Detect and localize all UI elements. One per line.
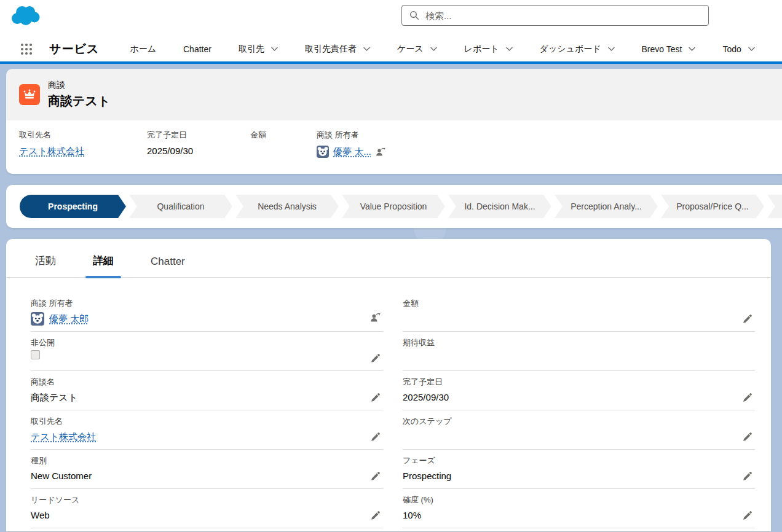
change-owner-icon[interactable]	[370, 312, 381, 323]
field-value: 2025/09/30	[403, 390, 734, 404]
chevron-down-icon[interactable]	[430, 47, 437, 52]
search-icon	[409, 10, 419, 20]
field-value	[403, 429, 734, 444]
tab-activity[interactable]: 活動	[34, 254, 57, 277]
path-stage-qualification[interactable]: Qualification	[129, 195, 232, 218]
nav-tab-brevo-test[interactable]: Brevo Test	[642, 44, 696, 54]
owner-link[interactable]: 優夢 太郎	[49, 311, 89, 326]
record-tab-bar: 活動 詳細 Chatter	[6, 239, 771, 278]
path-stage-id-decision-makers[interactable]: Id. Decision Mak...	[448, 195, 551, 218]
field-label: 商談 所有者	[317, 130, 385, 141]
field-stage: フェーズ Prospecting	[403, 450, 755, 489]
edit-pencil-icon[interactable]	[371, 353, 381, 363]
nav-tab-label: レポート	[464, 44, 499, 55]
record-header: 商談 商談テスト	[6, 69, 782, 120]
edit-pencil-icon[interactable]	[743, 432, 752, 442]
edit-pencil-icon[interactable]	[371, 510, 381, 520]
nav-tab-label: Brevo Test	[642, 44, 682, 54]
field-label: 次のステップ	[403, 416, 734, 426]
nav-tab-dashboards[interactable]: ダッシュボード	[540, 44, 615, 55]
field-label: 完了予定日	[403, 377, 734, 387]
highlight-field-owner: 商談 所有者 優夢 太...	[317, 130, 385, 174]
field-label: 金額	[403, 298, 734, 308]
tab-details[interactable]: 詳細	[92, 254, 115, 277]
account-link[interactable]: テスト株式会社	[31, 429, 96, 444]
chevron-down-icon[interactable]	[689, 47, 695, 52]
nav-tab-cases[interactable]: ケース	[397, 44, 437, 55]
page-background: 商談 商談テスト 取引先名 テスト株式会社 完了予定日 2025/09/30 金…	[0, 64, 782, 532]
field-opportunity-name: 商談名 商談テスト	[31, 371, 383, 410]
nav-tab-label: 取引先責任者	[305, 44, 357, 55]
nav-tab-home[interactable]: ホーム	[130, 44, 156, 55]
field-close-date: 完了予定日 2025/09/30	[403, 371, 755, 410]
record-detail-card: 活動 詳細 Chatter 商談 所有者 優夢 太郎 金額 非公開	[6, 239, 771, 531]
app-launcher-icon[interactable]	[20, 42, 33, 56]
edit-pencil-icon[interactable]	[371, 471, 381, 481]
chevron-down-icon[interactable]	[748, 47, 755, 52]
avatar	[31, 312, 44, 326]
account-link[interactable]: テスト株式会社	[19, 146, 84, 157]
chevron-down-icon[interactable]	[506, 47, 513, 52]
edit-pencil-icon[interactable]	[371, 432, 381, 442]
chevron-down-icon[interactable]	[608, 47, 615, 52]
nav-tab-reports[interactable]: レポート	[464, 44, 513, 55]
opportunity-icon	[19, 84, 40, 105]
owner-link[interactable]: 優夢 太...	[333, 146, 371, 158]
field-label: 商談 所有者	[31, 298, 362, 308]
path-stage-proposal-price-quote[interactable]: Proposal/Price Q...	[661, 195, 764, 218]
nav-tab-chatter[interactable]: Chatter	[183, 44, 211, 54]
field-label: 取引先名	[31, 416, 362, 426]
field-type: 種別 New Customer	[31, 450, 383, 489]
change-owner-icon[interactable]	[376, 147, 385, 157]
field-lead-source: リードソース Web	[31, 489, 383, 528]
field-value: Web	[31, 508, 362, 522]
record-highlights-card: 商談 商談テスト 取引先名 テスト株式会社 完了予定日 2025/09/30 金…	[6, 69, 782, 174]
field-label: 商談名	[31, 377, 362, 387]
chevron-down-icon[interactable]	[271, 47, 278, 52]
nav-tab-contacts[interactable]: 取引先責任者	[305, 44, 370, 55]
field-label: フェーズ	[403, 455, 734, 466]
field-value: 2025/09/30	[147, 146, 250, 156]
edit-pencil-icon[interactable]	[743, 471, 752, 481]
nav-tab-label: Chatter	[183, 44, 211, 54]
edit-pencil-icon[interactable]	[743, 393, 752, 402]
chevron-down-icon[interactable]	[363, 47, 370, 52]
global-search	[401, 5, 709, 26]
field-opportunity-owner: 商談 所有者 優夢 太郎	[31, 292, 383, 332]
field-label: 非公開	[31, 337, 362, 348]
path-stage-prospecting[interactable]: Prospecting	[20, 195, 126, 218]
nav-tab-todo[interactable]: Todo	[722, 44, 754, 54]
nav-tab-label: 取引先	[239, 44, 264, 55]
nav-tab-accounts[interactable]: 取引先	[239, 44, 278, 55]
field-label: 取引先名	[19, 130, 147, 141]
field-value: 10%	[403, 508, 734, 522]
field-expected-revenue: 期待収益	[403, 332, 755, 371]
edit-pencil-icon[interactable]	[743, 510, 752, 520]
nav-tab-label: ケース	[397, 44, 424, 55]
field-label: 期待収益	[403, 337, 734, 348]
highlight-field-account: 取引先名 テスト株式会社	[19, 130, 147, 174]
edit-pencil-icon[interactable]	[743, 314, 752, 324]
record-title: 商談テスト	[48, 93, 110, 109]
highlights-fields: 取引先名 テスト株式会社 完了予定日 2025/09/30 金額 商談 所有者 …	[6, 120, 782, 174]
field-value: New Customer	[31, 469, 362, 483]
highlight-field-amount: 金額	[250, 130, 317, 174]
field-label: 完了予定日	[147, 130, 250, 141]
path-stage-negotiation[interactable]: Negot	[767, 195, 782, 218]
path-stage-needs-analysis[interactable]: Needs Analysis	[235, 195, 339, 218]
salesforce-logo	[10, 4, 41, 28]
field-label: 種別	[31, 455, 362, 466]
nav-tab-label: ダッシュボード	[540, 44, 601, 55]
object-label: 商談	[48, 80, 110, 91]
private-checkbox[interactable]	[31, 350, 40, 359]
field-amount: 金額	[403, 292, 755, 332]
edit-pencil-icon[interactable]	[371, 393, 381, 402]
field-value	[403, 351, 734, 365]
highlight-field-close-date: 完了予定日 2025/09/30	[147, 130, 250, 174]
nav-tab-label: Todo	[722, 44, 741, 54]
field-label: リードソース	[31, 495, 362, 505]
path-stage-value-proposition[interactable]: Value Proposition	[342, 195, 445, 218]
path-stage-perception-analysis[interactable]: Perception Analy...	[555, 195, 658, 218]
search-input[interactable]	[425, 10, 708, 21]
tab-chatter[interactable]: Chatter	[149, 256, 186, 277]
